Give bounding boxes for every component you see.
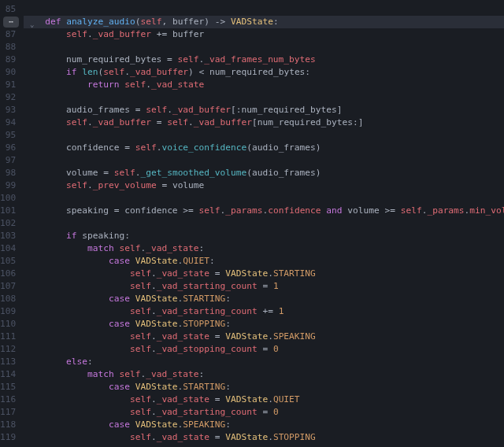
- line-number[interactable]: 94: [0, 116, 24, 129]
- code-line[interactable]: if len(self._vad_buffer) < num_required_…: [24, 66, 504, 79]
- line-number[interactable]: 115: [0, 381, 24, 393]
- line-number-text: 111: [0, 331, 16, 343]
- code-line[interactable]: speaking = confidence >= self._params.co…: [24, 205, 504, 217]
- code-line[interactable]: audio_frames = self._vad_buffer[:num_req…: [24, 104, 504, 116]
- code-line[interactable]: self._vad_stopping_count = 0: [24, 343, 504, 356]
- line-number[interactable]: 89: [0, 54, 24, 66]
- line-number[interactable]: 116: [0, 393, 24, 406]
- code-line[interactable]: self._vad_buffer += buffer: [24, 28, 504, 41]
- code-area[interactable]: def analyze_audio(self, buffer) -> VADSt…: [24, 0, 504, 447]
- code-line[interactable]: match self._vad_state:: [24, 368, 504, 381]
- line-number[interactable]: 103: [0, 230, 24, 242]
- line-number[interactable]: 100: [0, 192, 24, 205]
- line-number-text: 101: [0, 205, 16, 217]
- code-line[interactable]: [24, 192, 504, 205]
- line-number-text: 95: [6, 129, 16, 142]
- line-number-text: 110: [0, 318, 16, 331]
- line-number[interactable]: 93: [0, 104, 24, 116]
- code-line[interactable]: def analyze_audio(self, buffer) -> VADSt…: [24, 16, 504, 28]
- code-line[interactable]: self._vad_state = VADState.QUIET: [24, 393, 504, 406]
- line-number-text: 98: [6, 167, 16, 179]
- line-number[interactable]: 95: [0, 129, 24, 142]
- line-number[interactable]: 85: [0, 3, 24, 16]
- code-line[interactable]: confidence = self.voice_confidence(audio…: [24, 142, 504, 154]
- code-line[interactable]: [24, 41, 504, 54]
- line-number[interactable]: 98: [0, 167, 24, 179]
- code-editor[interactable]: 85⋯86⌄8788899091929394959697989910010110…: [0, 0, 504, 447]
- line-number-text: 99: [6, 179, 16, 192]
- line-number[interactable]: 112: [0, 343, 24, 356]
- line-number-text: 100: [0, 192, 16, 205]
- line-number[interactable]: 101: [0, 205, 24, 217]
- line-number[interactable]: 90: [0, 66, 24, 79]
- chevron-down-icon[interactable]: ⌄: [30, 18, 34, 31]
- line-number-gutter[interactable]: 85⋯86⌄8788899091929394959697989910010110…: [0, 0, 24, 447]
- line-number[interactable]: 96: [0, 142, 24, 154]
- code-line[interactable]: case VADState.SPEAKING:: [24, 419, 504, 431]
- line-number[interactable]: 106: [0, 268, 24, 280]
- code-line[interactable]: return self._vad_state: [24, 79, 504, 91]
- line-number[interactable]: 114: [0, 368, 24, 381]
- line-number[interactable]: 109: [0, 305, 24, 318]
- line-number[interactable]: 117: [0, 406, 24, 419]
- line-number-text: 89: [6, 54, 16, 66]
- line-number-text: 113: [0, 356, 16, 368]
- line-number-text: 102: [0, 217, 16, 230]
- line-number[interactable]: 104: [0, 242, 24, 255]
- line-number-text: 108: [0, 293, 16, 305]
- line-number[interactable]: 87: [0, 28, 24, 41]
- line-number[interactable]: 88: [0, 41, 24, 54]
- line-number[interactable]: 111: [0, 331, 24, 343]
- line-number[interactable]: 113: [0, 356, 24, 368]
- line-number[interactable]: 107: [0, 280, 24, 293]
- line-number[interactable]: 97: [0, 154, 24, 167]
- line-number[interactable]: ⋯86⌄: [0, 16, 24, 28]
- line-number-text: 105: [0, 255, 16, 268]
- code-line[interactable]: [24, 3, 504, 16]
- line-number-text: 119: [0, 431, 16, 444]
- code-line[interactable]: case VADState.STARTING:: [24, 293, 504, 305]
- line-number-text: 88: [6, 41, 16, 54]
- line-number-text: 118: [0, 419, 16, 431]
- line-number[interactable]: 108: [0, 293, 24, 305]
- line-number[interactable]: 105: [0, 255, 24, 268]
- line-number-text: 107: [0, 280, 16, 293]
- code-line[interactable]: self._vad_state = VADState.STARTING: [24, 268, 504, 280]
- ellipsis-icon[interactable]: ⋯: [3, 17, 19, 28]
- code-line[interactable]: volume = self._get_smoothed_volume(audio…: [24, 167, 504, 179]
- line-number-text: 106: [0, 268, 16, 280]
- code-line[interactable]: self._vad_starting_count += 1: [24, 305, 504, 318]
- code-line[interactable]: case VADState.STOPPING:: [24, 318, 504, 331]
- code-line[interactable]: [24, 154, 504, 167]
- line-number[interactable]: 102: [0, 217, 24, 230]
- line-number[interactable]: 92: [0, 91, 24, 104]
- code-line[interactable]: self._vad_starting_count = 1: [24, 280, 504, 293]
- code-line[interactable]: [24, 129, 504, 142]
- code-line[interactable]: if speaking:: [24, 230, 504, 242]
- line-number[interactable]: 99: [0, 179, 24, 192]
- line-number-text: 97: [6, 154, 16, 167]
- code-line[interactable]: else:: [24, 356, 504, 368]
- code-line[interactable]: self._vad_state = VADState.SPEAKING: [24, 331, 504, 343]
- line-number-text: 92: [6, 91, 16, 104]
- code-line[interactable]: self._vad_starting_count = 0: [24, 406, 504, 419]
- code-line[interactable]: self._vad_state = VADState.STOPPING: [24, 431, 504, 444]
- line-number-text: 87: [6, 28, 16, 41]
- line-number[interactable]: 110: [0, 318, 24, 331]
- code-line[interactable]: self._prev_volume = volume: [24, 179, 504, 192]
- line-number-text: 90: [6, 66, 16, 79]
- line-number[interactable]: 118: [0, 419, 24, 431]
- line-number[interactable]: 119: [0, 431, 24, 444]
- code-line[interactable]: [24, 217, 504, 230]
- code-line[interactable]: case VADState.STARTING:: [24, 381, 504, 393]
- line-number-text: 117: [0, 406, 16, 419]
- line-number-text: 91: [6, 79, 16, 91]
- line-number-text: 93: [6, 104, 16, 116]
- code-line[interactable]: [24, 91, 504, 104]
- code-line[interactable]: case VADState.QUIET:: [24, 255, 504, 268]
- code-line[interactable]: self._vad_buffer = self._vad_buffer[num_…: [24, 116, 504, 129]
- line-number-text: 114: [0, 368, 16, 381]
- line-number[interactable]: 91: [0, 79, 24, 91]
- code-line[interactable]: num_required_bytes = self._vad_frames_nu…: [24, 54, 504, 66]
- code-line[interactable]: match self._vad_state:: [24, 242, 504, 255]
